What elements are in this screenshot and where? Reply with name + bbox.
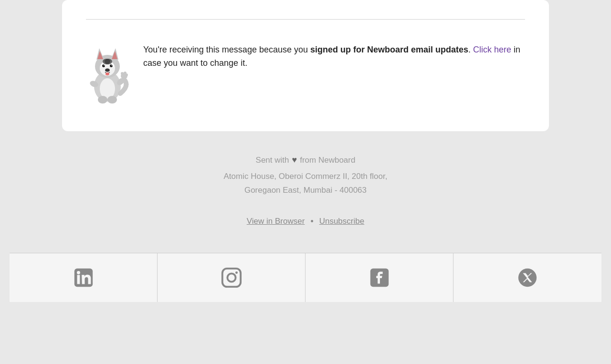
footer: Sent with ♥ from Newboard Atomic House, … xyxy=(0,131,611,302)
svg-point-20 xyxy=(125,73,128,76)
svg-point-14 xyxy=(105,69,110,72)
social-bar xyxy=(10,253,601,302)
svg-rect-27 xyxy=(77,275,80,284)
footer-sent-with: Sent with ♥ from Newboard xyxy=(256,155,356,165)
card-content: You're receiving this message because yo… xyxy=(86,39,525,107)
svg-point-12 xyxy=(104,65,105,66)
linkedin-icon xyxy=(73,267,95,289)
click-here-link[interactable]: Click here xyxy=(473,45,511,54)
from-label: from Newboard xyxy=(300,156,355,165)
mascot-container xyxy=(86,39,129,107)
address-line1: Atomic House, Oberoi Commerz II, 20th fl… xyxy=(224,172,388,181)
card-message: You're receiving this message because yo… xyxy=(143,39,525,70)
svg-point-31 xyxy=(235,271,238,274)
facebook-icon xyxy=(369,267,390,289)
footer-dot-separator: • xyxy=(310,217,313,227)
facebook-cell[interactable] xyxy=(306,253,453,302)
husky-mascot-icon xyxy=(86,39,129,105)
instagram-icon xyxy=(221,267,242,289)
linkedin-cell[interactable] xyxy=(10,253,158,302)
twitter-cell[interactable] xyxy=(453,253,601,302)
svg-point-23 xyxy=(107,96,117,104)
card-divider xyxy=(86,19,525,20)
svg-point-25 xyxy=(105,59,112,64)
email-card: You're receiving this message because yo… xyxy=(62,0,549,131)
svg-point-18 xyxy=(121,72,124,75)
svg-point-13 xyxy=(112,65,113,66)
heart-icon: ♥ xyxy=(292,155,297,165)
footer-address: Atomic House, Oberoi Commerz II, 20th fl… xyxy=(224,170,388,198)
message-bold: signed up for Newboard email updates xyxy=(310,45,468,54)
sent-with-label: Sent with xyxy=(256,156,289,165)
unsubscribe-link[interactable]: Unsubscribe xyxy=(319,217,365,226)
message-mid: . xyxy=(468,45,473,54)
instagram-cell[interactable] xyxy=(158,253,306,302)
view-in-browser-link[interactable]: View in Browser xyxy=(247,217,305,226)
footer-links: View in Browser • Unsubscribe xyxy=(247,217,364,227)
svg-point-28 xyxy=(77,271,80,274)
svg-point-15 xyxy=(105,73,109,75)
address-line2: Goregaon East, Mumbai - 400063 xyxy=(244,186,367,195)
svg-point-30 xyxy=(227,273,235,281)
x-twitter-icon xyxy=(516,267,538,289)
message-prefix: You're receiving this message because yo… xyxy=(143,45,310,54)
page-wrapper: You're receiving this message because yo… xyxy=(0,0,611,302)
svg-point-22 xyxy=(98,96,107,104)
svg-rect-29 xyxy=(222,269,240,287)
